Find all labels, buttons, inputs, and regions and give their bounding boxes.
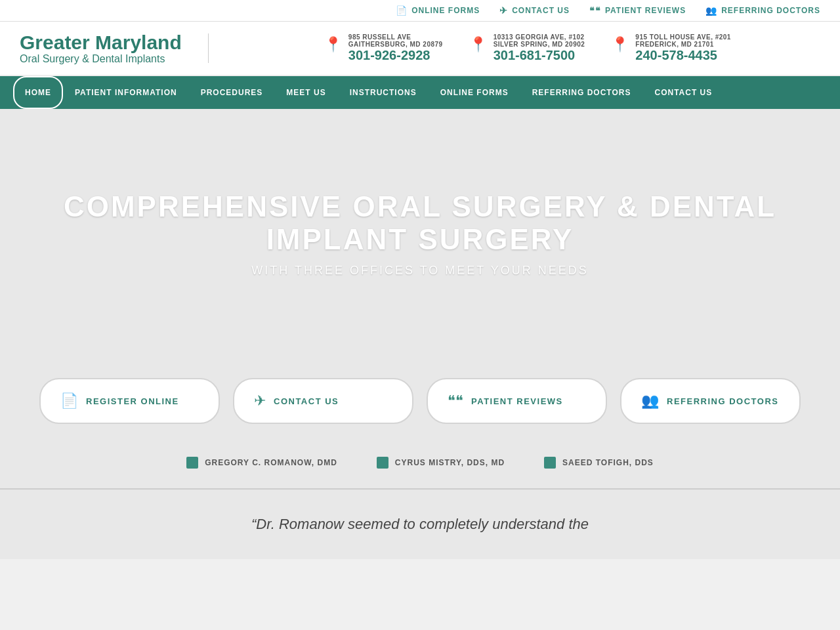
doctor-name-2: CYRUS MISTRY, DDS, MD: [395, 458, 505, 467]
logo-line1: Greater Maryland: [20, 32, 182, 53]
top-bar: 📄 ONLINE FORMS ✈ CONTACT US ❝❝ PATIENT R…: [0, 0, 840, 22]
contact-icon: ✈: [499, 5, 508, 16]
pin-icon-3: 📍: [611, 36, 629, 53]
logo-line2: Oral Surgery & Dental Implants: [20, 53, 182, 65]
nav-contact-us[interactable]: CONTACT US: [642, 76, 724, 109]
main-nav: HOME PATIENT INFORMATION PROCEDURES MEET…: [0, 76, 840, 109]
cta-patient-reviews-label: PATIENT REVIEWS: [471, 396, 563, 406]
nav-home[interactable]: HOME: [13, 76, 63, 109]
doctor-square-3: [544, 457, 556, 469]
nav-online-forms[interactable]: ONLINE FORMS: [429, 76, 520, 109]
reviews-icon: ❝❝: [589, 5, 601, 16]
location-text-1: 985 RUSSELL AVE GAITHERSBURG, MD 20879 3…: [348, 33, 443, 63]
location-text-2: 10313 GEORGIA AVE, #102 SILVER SPRING, M…: [494, 33, 585, 63]
logo[interactable]: Greater Maryland Oral Surgery & Dental I…: [20, 32, 182, 65]
cta-referring-label: REFERRING DOCTORS: [667, 396, 778, 406]
topbar-online-forms[interactable]: 📄 ONLINE FORMS: [396, 5, 480, 16]
topbar-referring-doctors[interactable]: 👥 REFERRING DOCTORS: [705, 5, 820, 16]
cta-section: 📄 REGISTER ONLINE ✈ CONTACT US ❝❝ PATIEN…: [0, 358, 840, 450]
phone-2[interactable]: 301-681-7500: [494, 48, 585, 63]
forms-icon: 📄: [396, 5, 408, 16]
topbar-patient-reviews-label: PATIENT REVIEWS: [605, 6, 686, 15]
cta-contact-us[interactable]: ✈ CONTACT US: [233, 378, 413, 424]
cta-contact-label: CONTACT US: [274, 396, 339, 406]
nav-referring-doctors[interactable]: REFERRING DOCTORS: [520, 76, 643, 109]
testimonial-section: “Dr. Romanow seemed to completely unders…: [0, 490, 840, 559]
pin-icon-1: 📍: [324, 36, 342, 53]
doctors-section: GREGORY C. ROMANOW, DMD CYRUS MISTRY, DD…: [0, 450, 840, 488]
doctor-romanow: GREGORY C. ROMANOW, DMD: [186, 457, 337, 469]
doctor-name-3: SAEED TOFIGH, DDS: [562, 458, 654, 467]
nav-patient-information[interactable]: PATIENT INFORMATION: [63, 76, 189, 109]
pin-icon-2: 📍: [469, 36, 487, 53]
register-icon: 📄: [60, 392, 78, 410]
doctor-mistry: CYRUS MISTRY, DDS, MD: [377, 457, 505, 469]
header: Greater Maryland Oral Surgery & Dental I…: [0, 22, 840, 76]
testimonial-text: “Dr. Romanow seemed to completely unders…: [39, 516, 801, 533]
referring-icon: 👥: [705, 5, 717, 16]
referring-doctors-icon: 👥: [641, 392, 659, 410]
location-gaithersburg: 📍 985 RUSSELL AVE GAITHERSBURG, MD 20879…: [324, 33, 443, 63]
location-text-3: 915 TOLL HOUSE AVE, #201 FREDERICK, MD 2…: [635, 33, 731, 63]
phone-3[interactable]: 240-578-4435: [635, 48, 731, 63]
phone-1[interactable]: 301-926-2928: [348, 48, 443, 63]
patient-reviews-icon: ❝❝: [448, 392, 463, 410]
hero-subtitle: WITH THREE OFFICES TO MEET YOUR NEEDS: [251, 264, 588, 278]
nav-procedures[interactable]: PROCEDURES: [189, 76, 275, 109]
cta-referring-doctors[interactable]: 👥 REFERRING DOCTORS: [620, 378, 801, 424]
address-line1-3: 915 TOLL HOUSE AVE, #201: [635, 33, 731, 41]
address-line2-2: SILVER SPRING, MD 20902: [494, 41, 585, 48]
topbar-patient-reviews[interactable]: ❝❝ PATIENT REVIEWS: [589, 5, 686, 16]
doctor-name-1: GREGORY C. ROMANOW, DMD: [205, 458, 337, 467]
topbar-referring-doctors-label: REFERRING DOCTORS: [721, 6, 820, 15]
cta-patient-reviews[interactable]: ❝❝ PATIENT REVIEWS: [427, 378, 607, 424]
doctor-square-1: [186, 457, 198, 469]
topbar-contact-us-label: CONTACT US: [512, 6, 570, 15]
location-frederick: 📍 915 TOLL HOUSE AVE, #201 FREDERICK, MD…: [611, 33, 731, 63]
address-line2-3: FREDERICK, MD 21701: [635, 41, 731, 48]
cta-register-online[interactable]: 📄 REGISTER ONLINE: [39, 378, 220, 424]
topbar-online-forms-label: ONLINE FORMS: [411, 6, 480, 15]
hero-title: COMPREHENSIVE ORAL SURGERY & DENTAL IMPL…: [13, 190, 827, 256]
topbar-contact-us[interactable]: ✈ CONTACT US: [499, 5, 570, 16]
contact-us-icon: ✈: [254, 392, 266, 410]
address-line1-1: 985 RUSSELL AVE: [348, 33, 443, 41]
nav-meet-us[interactable]: MEET US: [274, 76, 337, 109]
address-line1-2: 10313 GEORGIA AVE, #102: [494, 33, 585, 41]
hero-section: COMPREHENSIVE ORAL SURGERY & DENTAL IMPL…: [0, 109, 840, 358]
cta-register-label: REGISTER ONLINE: [86, 396, 179, 406]
doctor-tofigh: SAEED TOFIGH, DDS: [544, 457, 654, 469]
locations-container: 📍 985 RUSSELL AVE GAITHERSBURG, MD 20879…: [208, 33, 820, 63]
location-silver-spring: 📍 10313 GEORGIA AVE, #102 SILVER SPRING,…: [469, 33, 585, 63]
address-line2-1: GAITHERSBURG, MD 20879: [348, 41, 443, 48]
nav-instructions[interactable]: INSTRUCTIONS: [338, 76, 429, 109]
doctor-square-2: [377, 457, 388, 469]
